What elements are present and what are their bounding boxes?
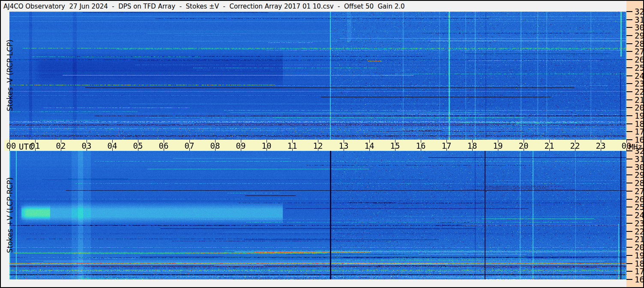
freq-tick [626,255,632,256]
freq-tick [626,215,632,216]
hour-label: 21 [545,142,554,150]
freq-tick [626,223,632,224]
hour-label: 09 [236,142,246,150]
freq-label: 16 [635,136,644,144]
freq-tick [626,271,632,272]
freq-tick [626,123,632,124]
freq-tick [626,67,632,68]
hour-label: 11 [288,142,297,150]
hour-label: 15 [390,142,400,150]
freq-tick [626,19,632,20]
freq-tick [626,59,632,60]
hour-label: 10 [262,142,272,150]
spectrogram-bottom-canvas [9,151,626,279]
freq-tick [626,91,632,92]
freq-tick [626,27,632,28]
freq-tick [626,167,632,168]
freq-tick [626,231,632,232]
page-title: AJ4CO Observatory 27 Jun 2024 - DPS on T… [3,2,405,11]
freq-tick [626,99,632,100]
freq-tick [626,131,632,132]
freq-tick [626,35,632,36]
hour-label: 05 [133,142,143,150]
freq-tick [626,83,632,84]
hour-label: 07 [185,142,195,150]
freq-tick [626,239,632,240]
freq-label: 16 [635,276,644,284]
freq-tick [626,11,632,12]
hour-label: 12 [313,142,323,150]
dps-display: AJ4CO Observatory 27 Jun 2024 - DPS on T… [0,0,644,288]
hour-label: 01 [30,142,40,150]
freq-tick [626,115,632,116]
hour-label: 04 [108,142,117,150]
freq-tick [626,43,632,44]
freq-tick [626,75,632,76]
hour-label: 22 [570,142,580,150]
freq-tick [626,139,632,140]
hour-label: 20 [519,142,529,150]
spectrogram-top-canvas [9,12,626,140]
freq-tick [626,279,632,280]
freq-tick [626,174,632,175]
hour-label: 19 [493,142,503,150]
hour-label: 13 [339,142,349,150]
hour-label: 08 [210,142,220,150]
hour-label: 03 [82,142,92,150]
hour-label: 16 [416,142,426,150]
hour-label: 18 [467,142,477,150]
freq-tick [626,207,632,207]
freq-tick [626,247,632,248]
freq-tick [626,159,632,159]
freq-tick [626,107,632,108]
freq-tick [626,51,632,52]
freq-tick [626,150,632,151]
hour-label: 17 [442,142,452,150]
hour-label: 06 [159,142,169,150]
freq-tick [626,183,632,183]
display-background: AJ4CO Observatory 27 Jun 2024 - DPS on T… [1,1,643,287]
freq-tick [626,191,632,192]
hour-label: 00 [622,142,632,150]
hour-label: 14 [365,142,374,150]
hour-label: 00 [6,142,16,150]
hour-label: 02 [56,142,66,150]
freq-tick [626,263,632,264]
freq-tick [626,199,632,200]
hour-label: 23 [596,142,606,150]
